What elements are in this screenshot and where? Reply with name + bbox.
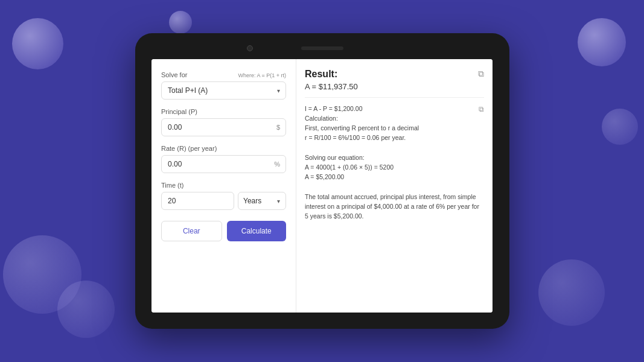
calculate-button[interactable]: Calculate bbox=[227, 221, 287, 241]
time-label: Time (t) bbox=[161, 182, 286, 189]
rate-suffix: % bbox=[274, 160, 280, 168]
detail-line3: First, converting R percent to r a decim… bbox=[305, 123, 484, 133]
result-value: A = $11,937.50 bbox=[305, 82, 484, 91]
result-detail: ⧉ I = A - P = $1,200.00 Calculation: Fir… bbox=[305, 104, 484, 221]
rate-label: Rate (R) (per year) bbox=[161, 145, 286, 152]
solve-for-field: Solve for Where: A = P(1 + rt) Total P+I… bbox=[161, 71, 286, 100]
bg-bubble-2 bbox=[169, 11, 192, 34]
bg-bubble-4 bbox=[3, 235, 81, 314]
tablet-screen: Solve for Where: A = P(1 + rt) Total P+I… bbox=[151, 59, 493, 313]
detail-line2: Calculation: bbox=[305, 113, 484, 123]
bg-bubble-7 bbox=[602, 109, 638, 145]
copy-result-icon[interactable]: ⧉ bbox=[478, 69, 484, 79]
result-panel: Result: A = $11,937.50 ⧉ ⧉ I = A - P = $… bbox=[296, 59, 493, 313]
copy-detail-icon[interactable]: ⧉ bbox=[479, 104, 484, 115]
rate-input-wrapper: % bbox=[161, 155, 286, 173]
calculator-panel: Solve for Where: A = P(1 + rt) Total P+I… bbox=[151, 59, 296, 313]
time-input-wrapper bbox=[161, 192, 234, 210]
clear-button[interactable]: Clear bbox=[161, 221, 222, 241]
tablet-speaker bbox=[301, 46, 343, 50]
tablet-right-sensor bbox=[392, 45, 398, 51]
principal-input[interactable] bbox=[161, 118, 286, 136]
principal-field: Principal (P) $ bbox=[161, 108, 286, 136]
time-unit-select-wrapper: Years Months Days ▾ bbox=[238, 192, 286, 210]
time-row: Years Months Days ▾ bbox=[161, 192, 286, 210]
bg-bubble-6 bbox=[538, 259, 605, 326]
result-title: Result: bbox=[305, 69, 484, 80]
detail-line4: r = R/100 = 6%/100 = 0.06 per year. bbox=[305, 133, 484, 142]
solve-for-label: Solve for bbox=[161, 71, 187, 78]
solve-for-select[interactable]: Total P+I (A) Principal (P) Rate (R) Tim… bbox=[161, 81, 286, 100]
time-field: Time (t) Years Months Days ▾ bbox=[161, 182, 286, 210]
rate-input[interactable] bbox=[161, 155, 286, 173]
detail-line1: I = A - P = $1,200.00 bbox=[305, 104, 484, 113]
principal-suffix: $ bbox=[276, 124, 280, 131]
formula-label: Where: A = P(1 + rt) bbox=[238, 72, 286, 78]
principal-input-wrapper: $ bbox=[161, 118, 286, 136]
time-unit-select[interactable]: Years Months Days bbox=[238, 192, 286, 210]
tablet-camera bbox=[247, 45, 253, 51]
bg-bubble-3 bbox=[578, 18, 626, 66]
solve-for-select-wrapper: Total P+I (A) Principal (P) Rate (R) Tim… bbox=[161, 81, 286, 100]
detail-line7: A = 4000(1 + (0.06 × 5)) = 5200 bbox=[305, 162, 484, 172]
detail-line8: A = $5,200.00 bbox=[305, 172, 484, 182]
principal-label: Principal (P) bbox=[161, 108, 286, 115]
tablet-frame: Solve for Where: A = P(1 + rt) Total P+I… bbox=[135, 33, 509, 329]
result-main: Result: A = $11,937.50 ⧉ bbox=[305, 69, 484, 91]
detail-line6: Solving our equation: bbox=[305, 153, 484, 162]
time-input[interactable] bbox=[161, 192, 234, 210]
bg-bubble-1 bbox=[12, 18, 63, 69]
buttons-row: Clear Calculate bbox=[161, 221, 286, 241]
bg-bubble-5 bbox=[57, 281, 115, 338]
detail-line10: The total amount accrued, principal plus… bbox=[305, 192, 484, 221]
rate-field: Rate (R) (per year) % bbox=[161, 145, 286, 173]
result-divider bbox=[305, 97, 484, 98]
